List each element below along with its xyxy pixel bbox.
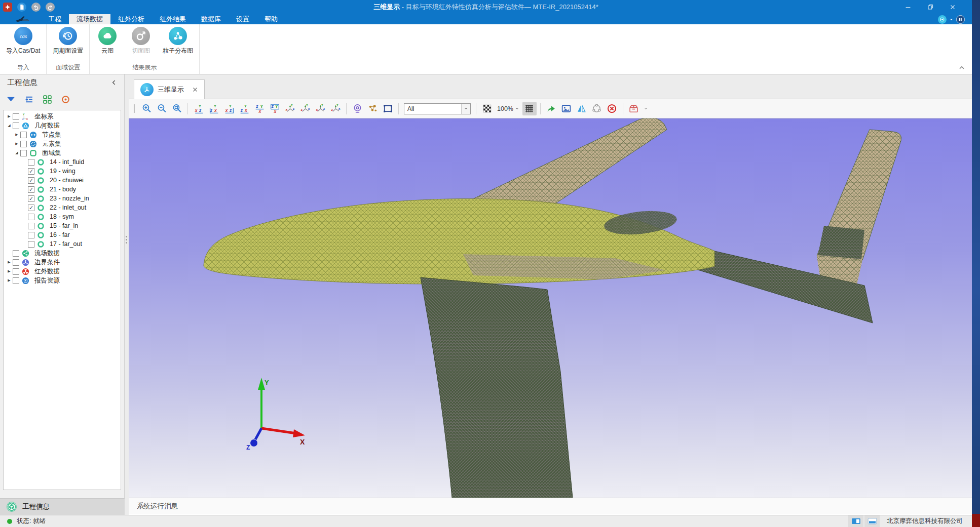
- tree-checkbox[interactable]: [28, 241, 34, 248]
- tree-checkbox[interactable]: ✓: [28, 195, 34, 202]
- tree-row-23---nozzle_in[interactable]: ✓23 - nozzle_in: [4, 194, 121, 203]
- tree-checkbox[interactable]: [13, 259, 19, 266]
- view-back-icon[interactable]: zxY: [207, 102, 221, 115]
- combo-dropdown-icon[interactable]: [461, 104, 470, 114]
- orbit-icon[interactable]: [590, 102, 604, 115]
- tree-row-21---body[interactable]: ✓21 - body: [4, 185, 121, 194]
- view-iso-1-icon[interactable]: Yxz: [283, 102, 297, 115]
- probe-icon[interactable]: [350, 102, 364, 115]
- tab-close-icon[interactable]: [192, 87, 198, 93]
- panel-collapse-icon[interactable]: [110, 78, 118, 87]
- tree-checkbox[interactable]: ✓: [28, 205, 34, 211]
- layout-split-icon[interactable]: [848, 515, 863, 527]
- ribbon-collapse-icon[interactable]: [958, 64, 966, 71]
- menu-item-4[interactable]: 数据库: [194, 14, 229, 24]
- list-collapse-icon[interactable]: [24, 95, 34, 104]
- tree-row-几何数据[interactable]: ◢几何数据: [4, 121, 121, 130]
- toolbar-grip[interactable]: [133, 104, 135, 113]
- caret-down-icon[interactable]: [949, 15, 954, 24]
- new-document-icon[interactable]: [17, 3, 26, 12]
- close-button[interactable]: [941, 0, 964, 14]
- menu-item-5[interactable]: 设置: [229, 14, 257, 24]
- chevron-down-icon[interactable]: [644, 106, 648, 111]
- view-iso-2-icon[interactable]: Yzx: [298, 102, 312, 115]
- maximize-button[interactable]: [919, 0, 941, 14]
- view-iso-4-icon[interactable]: Yzx: [328, 102, 343, 115]
- collapse-arrow-icon[interactable]: ▶: [13, 133, 20, 137]
- view-right-icon[interactable]: zxY: [237, 102, 251, 115]
- transparency-icon[interactable]: [480, 102, 494, 115]
- tree-row-报告资源[interactable]: ▶报告资源: [4, 276, 121, 285]
- tree-checkbox[interactable]: [13, 123, 19, 129]
- tree-row-面域集[interactable]: ◢面域集: [4, 148, 121, 157]
- collapse-arrow-icon[interactable]: ▶: [6, 114, 13, 118]
- tree-row-22---inlet_out[interactable]: ✓22 - inlet_out: [4, 203, 121, 212]
- minimize-button[interactable]: [897, 0, 919, 14]
- target-icon[interactable]: [61, 95, 70, 104]
- tree-row-20---chuiwei[interactable]: ✓20 - chuiwei: [4, 176, 121, 185]
- snapshot-icon[interactable]: [559, 102, 574, 115]
- tree-row-16---far[interactable]: 16 - far: [4, 230, 121, 239]
- view-bottom-icon[interactable]: zYx: [268, 102, 282, 115]
- zoom-window-icon[interactable]: [170, 102, 184, 115]
- tree-checkbox[interactable]: [13, 113, 19, 120]
- export-arrow-icon[interactable]: [544, 102, 558, 115]
- tree-checkbox[interactable]: [28, 159, 34, 166]
- tree-row-流场数据[interactable]: 流场数据: [4, 249, 121, 258]
- menu-item-3[interactable]: 红外结果: [152, 14, 194, 24]
- tree-row-元素集[interactable]: ▶元素集: [4, 139, 121, 148]
- tree-checkbox[interactable]: [20, 150, 27, 156]
- theme-icon[interactable]: [956, 15, 965, 24]
- tree-checkbox[interactable]: [20, 141, 27, 147]
- redo-icon[interactable]: [46, 3, 55, 12]
- clear-red-icon[interactable]: [605, 102, 619, 115]
- particle-trace-icon[interactable]: [365, 102, 380, 115]
- tree-checkbox[interactable]: ✓: [28, 177, 34, 184]
- package-icon[interactable]: [627, 102, 641, 115]
- menu-item-6[interactable]: 帮助: [257, 14, 285, 24]
- tree-row-14---int_fluid[interactable]: 14 - int_fluid: [4, 157, 121, 167]
- tree-row-18---sym[interactable]: 18 - sym: [4, 212, 121, 221]
- tab-3d-display[interactable]: 三维显示: [134, 79, 205, 99]
- mesh-grid-icon[interactable]: [522, 102, 537, 115]
- filter-icon[interactable]: [6, 95, 16, 104]
- layout-bottom-icon[interactable]: [864, 515, 880, 527]
- zoom-in-icon[interactable]: [139, 102, 154, 115]
- menu-item-1[interactable]: 流场数据: [69, 14, 110, 24]
- tree-row-坐标系[interactable]: ▶Yzx坐标系: [4, 112, 121, 121]
- tree-checkbox[interactable]: [13, 250, 19, 257]
- tree-checkbox[interactable]: [28, 223, 34, 229]
- display-filter-select[interactable]: All: [404, 103, 471, 114]
- menu-item-0[interactable]: 工程: [41, 14, 69, 24]
- tree-row-红外数据[interactable]: ▶红外数据: [4, 267, 121, 276]
- zoom-level[interactable]: 100%: [497, 105, 519, 112]
- tree-row-节点集[interactable]: ▶节点集: [4, 130, 121, 139]
- viewport-3d[interactable]: Y X Z: [129, 118, 972, 498]
- mirror-icon[interactable]: [575, 102, 589, 115]
- expand-arrow-icon[interactable]: ◢: [13, 151, 20, 155]
- tree-checkbox[interactable]: [13, 277, 19, 284]
- tree-checkbox[interactable]: ✓: [28, 168, 34, 175]
- view-front-icon[interactable]: xzY: [192, 102, 206, 115]
- tree-checkbox[interactable]: [13, 268, 19, 275]
- zoom-out-icon[interactable]: [155, 102, 169, 115]
- app-logo-icon[interactable]: [3, 3, 12, 12]
- panel-bottom-tab[interactable]: 工程信息: [0, 498, 125, 515]
- ribbon-button-cas-import[interactable]: cas导入Cas/Dat: [6, 27, 40, 55]
- panel-splitter[interactable]: [125, 74, 129, 515]
- collapse-arrow-icon[interactable]: ▶: [13, 142, 20, 146]
- collapse-arrow-icon[interactable]: ▶: [6, 269, 13, 273]
- collapse-arrow-icon[interactable]: ▶: [6, 278, 13, 282]
- view-top-icon[interactable]: zYx: [252, 102, 267, 115]
- menu-item-2[interactable]: 红外分析: [110, 14, 152, 24]
- undo-icon[interactable]: [31, 3, 41, 12]
- project-tree[interactable]: ▶Yzx坐标系◢几何数据▶节点集▶元素集◢面域集14 - int_fluid✓1…: [3, 110, 121, 490]
- tree-row-19---wing[interactable]: ✓19 - wing: [4, 167, 121, 176]
- select-region-icon[interactable]: [381, 102, 395, 115]
- tree-checkbox[interactable]: [28, 214, 34, 220]
- skin-icon[interactable]: [938, 15, 947, 24]
- tree-row-17---far_out[interactable]: 17 - far_out: [4, 239, 121, 249]
- tree-checkbox[interactable]: [20, 132, 27, 138]
- tree-checkbox[interactable]: ✓: [28, 186, 34, 193]
- ribbon-button-contour-cloud[interactable]: 云图: [96, 27, 119, 55]
